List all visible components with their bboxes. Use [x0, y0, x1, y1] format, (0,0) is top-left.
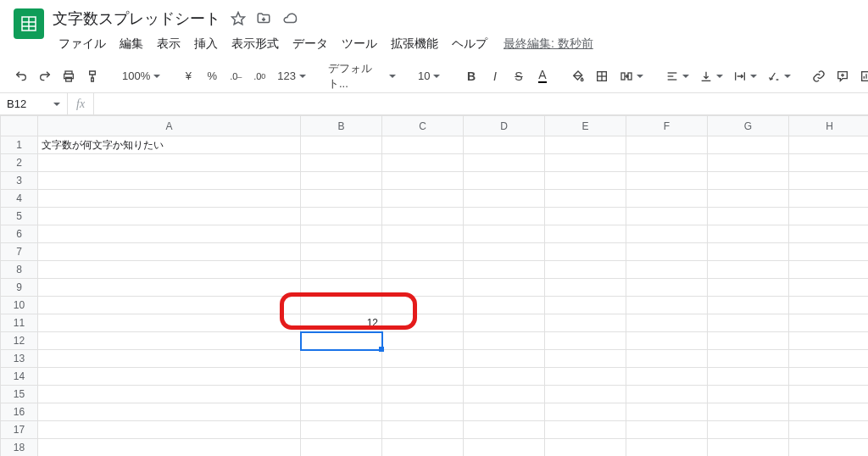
cell-D18[interactable]	[464, 439, 545, 457]
cell-E18[interactable]	[545, 439, 626, 457]
cell-G17[interactable]	[708, 421, 789, 439]
cell-E10[interactable]	[545, 297, 626, 314]
cell-C11[interactable]	[382, 314, 464, 332]
cell-D1[interactable]	[464, 136, 545, 154]
cell-A5[interactable]	[38, 208, 301, 225]
cell-E5[interactable]	[545, 208, 626, 225]
cell-B10[interactable]	[301, 297, 382, 314]
name-box[interactable]: B12	[0, 93, 68, 114]
row-header-17[interactable]: 17	[1, 421, 38, 439]
undo-button[interactable]	[10, 65, 32, 87]
insert-comment-button[interactable]	[832, 65, 854, 87]
cell-F15[interactable]	[626, 386, 708, 403]
cell-G5[interactable]	[708, 208, 789, 225]
print-button[interactable]	[58, 65, 80, 87]
row-header-1[interactable]: 1	[1, 136, 38, 154]
cell-E7[interactable]	[545, 243, 626, 261]
italic-button[interactable]: I	[484, 65, 506, 87]
cell-G9[interactable]	[708, 279, 789, 297]
cell-D7[interactable]	[464, 243, 545, 261]
cell-C17[interactable]	[382, 421, 464, 439]
cell-A11[interactable]	[38, 314, 301, 332]
column-header-B[interactable]: B	[301, 116, 382, 136]
cell-F17[interactable]	[626, 421, 708, 439]
row-header-6[interactable]: 6	[1, 225, 38, 243]
cell-G16[interactable]	[708, 403, 789, 421]
cell-E6[interactable]	[545, 225, 626, 243]
cell-G12[interactable]	[708, 332, 789, 350]
cell-A6[interactable]	[38, 225, 301, 243]
cell-F13[interactable]	[626, 350, 708, 368]
cell-A8[interactable]	[38, 261, 301, 279]
row-header-15[interactable]: 15	[1, 386, 38, 403]
cell-B12[interactable]	[301, 332, 382, 350]
text-wrap-button[interactable]	[728, 65, 760, 87]
row-header-9[interactable]: 9	[1, 279, 38, 297]
menu-data[interactable]: データ	[287, 33, 334, 55]
column-header-A[interactable]: A	[38, 116, 301, 136]
cell-F1[interactable]	[626, 136, 708, 154]
column-header-H[interactable]: H	[789, 116, 869, 136]
cell-G10[interactable]	[708, 297, 789, 314]
cell-H5[interactable]	[789, 208, 869, 225]
cell-F5[interactable]	[626, 208, 708, 225]
cell-A12[interactable]	[38, 332, 301, 350]
cell-D10[interactable]	[464, 297, 545, 314]
text-color-button[interactable]: A	[531, 65, 554, 87]
cell-H2[interactable]	[789, 154, 869, 172]
borders-button[interactable]	[591, 65, 613, 87]
row-header-2[interactable]: 2	[1, 154, 38, 172]
row-header-3[interactable]: 3	[1, 172, 38, 190]
cell-E9[interactable]	[545, 279, 626, 297]
last-edit-link[interactable]: 最終編集: 数秒前	[504, 36, 593, 52]
cell-B6[interactable]	[301, 225, 382, 243]
cell-F16[interactable]	[626, 403, 708, 421]
cell-B2[interactable]	[301, 154, 382, 172]
star-icon[interactable]	[231, 11, 246, 26]
cell-B8[interactable]	[301, 261, 382, 279]
cell-F3[interactable]	[626, 172, 708, 190]
cell-E1[interactable]	[545, 136, 626, 154]
cell-C3[interactable]	[382, 172, 464, 190]
document-title[interactable]: 文字数スプレッドシート	[53, 8, 220, 29]
cell-G4[interactable]	[708, 190, 789, 208]
cell-F2[interactable]	[626, 154, 708, 172]
cell-A13[interactable]	[38, 350, 301, 368]
cell-D4[interactable]	[464, 190, 545, 208]
cell-B3[interactable]	[301, 172, 382, 190]
cell-B4[interactable]	[301, 190, 382, 208]
column-header-G[interactable]: G	[708, 116, 789, 136]
cell-A14[interactable]	[38, 368, 301, 386]
cell-D17[interactable]	[464, 421, 545, 439]
cell-C13[interactable]	[382, 350, 464, 368]
vertical-align-button[interactable]	[694, 65, 726, 87]
cell-B9[interactable]	[301, 279, 382, 297]
strikethrough-button[interactable]: S	[508, 65, 530, 87]
cell-D13[interactable]	[464, 350, 545, 368]
cell-D12[interactable]	[464, 332, 545, 350]
menu-insert[interactable]: 挿入	[188, 33, 224, 55]
cell-D14[interactable]	[464, 368, 545, 386]
cell-H13[interactable]	[789, 350, 869, 368]
cell-F7[interactable]	[626, 243, 708, 261]
cell-C5[interactable]	[382, 208, 464, 225]
column-header-F[interactable]: F	[626, 116, 708, 136]
formula-bar-input[interactable]	[94, 93, 868, 114]
bold-button[interactable]: B	[460, 65, 482, 87]
decrease-decimal-button[interactable]: .0_	[225, 65, 247, 87]
cell-F8[interactable]	[626, 261, 708, 279]
cell-A1[interactable]: 文字数が何文字か知りたい	[38, 136, 301, 154]
cell-G3[interactable]	[708, 172, 789, 190]
cell-A3[interactable]	[38, 172, 301, 190]
cell-F18[interactable]	[626, 439, 708, 457]
cell-G1[interactable]	[708, 136, 789, 154]
row-header-8[interactable]: 8	[1, 261, 38, 279]
menu-tools[interactable]: ツール	[336, 33, 383, 55]
increase-decimal-button[interactable]: .00	[248, 65, 270, 87]
cell-A17[interactable]	[38, 421, 301, 439]
menu-edit[interactable]: 編集	[114, 33, 149, 55]
cell-A4[interactable]	[38, 190, 301, 208]
cell-E17[interactable]	[545, 421, 626, 439]
column-header-E[interactable]: E	[545, 116, 626, 136]
redo-button[interactable]	[34, 65, 56, 87]
